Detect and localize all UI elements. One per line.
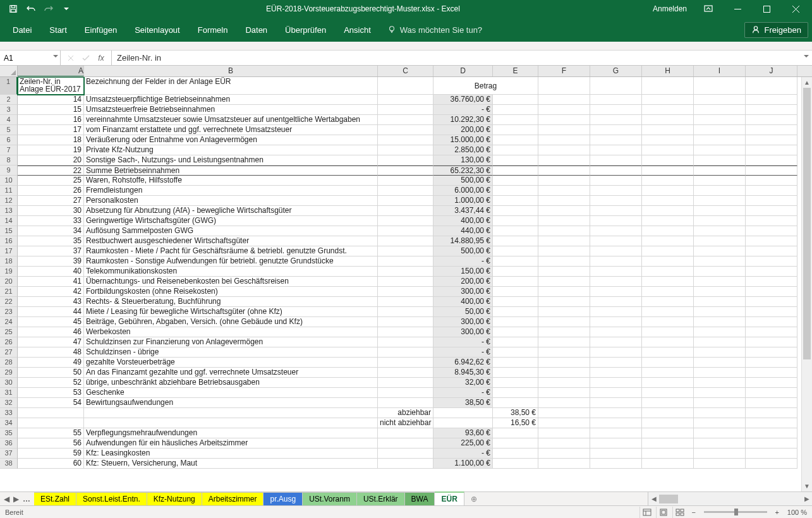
- cell[interactable]: Fortbildungskosten (ohne Reisekosten): [84, 287, 378, 297]
- cell[interactable]: [378, 267, 433, 277]
- row-header[interactable]: 31: [0, 388, 18, 398]
- zoom-out-button[interactable]: −: [689, 509, 699, 516]
- cell[interactable]: - €: [433, 388, 493, 398]
- sheet-nav-next[interactable]: ▶: [13, 495, 19, 503]
- cell[interactable]: [378, 145, 433, 155]
- row-header[interactable]: 10: [0, 176, 18, 186]
- cell[interactable]: [493, 166, 538, 176]
- row-header[interactable]: 26: [0, 337, 18, 347]
- row-header[interactable]: 4: [0, 115, 18, 125]
- cell[interactable]: 37: [18, 246, 84, 256]
- cell[interactable]: [378, 236, 433, 246]
- row-header[interactable]: 32: [0, 398, 18, 408]
- cell[interactable]: 16: [18, 115, 84, 125]
- cell[interactable]: [378, 317, 433, 327]
- cell[interactable]: 44: [18, 307, 84, 317]
- name-box-input[interactable]: [0, 54, 60, 63]
- sheet-tab[interactable]: ESt.Zahl: [34, 492, 76, 505]
- row-header[interactable]: 23: [0, 307, 18, 317]
- cell[interactable]: [378, 196, 433, 206]
- cell[interactable]: [378, 206, 433, 216]
- cell-C1[interactable]: [378, 77, 433, 95]
- cell[interactable]: [493, 226, 538, 236]
- cell[interactable]: [378, 105, 433, 115]
- row-header[interactable]: 5: [0, 125, 18, 135]
- cell[interactable]: [378, 297, 433, 307]
- cell[interactable]: - €: [433, 337, 493, 347]
- cell[interactable]: [378, 378, 433, 388]
- cell[interactable]: [493, 176, 538, 186]
- cell[interactable]: Übernachtungs- und Reisenebenkosten bei …: [84, 277, 378, 287]
- cell[interactable]: [493, 388, 538, 398]
- sheet-tab[interactable]: USt.Erklär: [357, 492, 405, 505]
- cell[interactable]: 10.292,30 €: [433, 115, 493, 125]
- sheet-tab[interactable]: USt.Voranm: [303, 492, 357, 505]
- cell[interactable]: 18: [18, 135, 84, 145]
- cell[interactable]: Geringwertige Wirtschaftsgüter (GWG): [84, 216, 378, 226]
- cell[interactable]: 500,00 €: [433, 176, 493, 186]
- cell[interactable]: Geschenke: [84, 388, 378, 398]
- cell[interactable]: [378, 216, 433, 226]
- cell[interactable]: 500,00 €: [433, 246, 493, 256]
- cell[interactable]: 43: [18, 297, 84, 307]
- expand-formula-bar-button[interactable]: [803, 53, 809, 59]
- cell[interactable]: Private Kfz-Nutzung: [84, 145, 378, 155]
- row-header[interactable]: 19: [0, 267, 18, 277]
- cell[interactable]: vom Finanzamt erstattete und ggf. verrec…: [84, 125, 378, 135]
- chevron-down-icon[interactable]: [52, 53, 59, 59]
- cell[interactable]: [433, 408, 493, 418]
- sheet-nav-more[interactable]: …: [23, 495, 30, 503]
- cell[interactable]: 225,00 €: [433, 438, 493, 449]
- cell[interactable]: [378, 449, 433, 459]
- row-header[interactable]: 35: [0, 428, 18, 438]
- ribbon-tab-start[interactable]: Start: [40, 18, 75, 42]
- qat-customize-button[interactable]: [58, 1, 75, 16]
- cell[interactable]: nicht abziehbar: [378, 418, 433, 428]
- sign-in-button[interactable]: Anmelden: [646, 4, 693, 13]
- row-header[interactable]: 15: [0, 226, 18, 236]
- sheet-tab[interactable]: Arbeitszimmer: [202, 492, 264, 505]
- cell[interactable]: [378, 277, 433, 287]
- row-header[interactable]: 17: [0, 246, 18, 256]
- scroll-thumb[interactable]: [803, 88, 811, 359]
- insert-function-button[interactable]: fx: [94, 51, 109, 65]
- cell[interactable]: [493, 236, 538, 246]
- ribbon-options-button[interactable]: [694, 0, 722, 18]
- cell[interactable]: [84, 418, 378, 428]
- row-header[interactable]: 20: [0, 277, 18, 287]
- row-header[interactable]: 16: [0, 236, 18, 246]
- cell[interactable]: [493, 145, 538, 155]
- vertical-scrollbar[interactable]: ▲ ▼: [801, 77, 812, 491]
- cell[interactable]: 32,00 €: [433, 378, 493, 388]
- cell[interactable]: [493, 327, 538, 337]
- cell[interactable]: 55: [18, 428, 84, 438]
- cell[interactable]: Restbuchwert ausgeschiedener Wirtschafts…: [84, 236, 378, 246]
- cell[interactable]: 42: [18, 287, 84, 297]
- row-header[interactable]: 1: [0, 77, 18, 95]
- cell[interactable]: [18, 418, 84, 428]
- cell[interactable]: 300,00 €: [433, 327, 493, 337]
- row-header[interactable]: 37: [0, 449, 18, 459]
- cell[interactable]: Fremdleistungen: [84, 186, 378, 196]
- cell[interactable]: 150,00 €: [433, 267, 493, 277]
- cell[interactable]: [493, 378, 538, 388]
- row-header[interactable]: 18: [0, 256, 18, 267]
- cell[interactable]: - €: [433, 449, 493, 459]
- cell[interactable]: [378, 166, 433, 176]
- cell[interactable]: 2.850,00 €: [433, 145, 493, 155]
- cell[interactable]: 46: [18, 327, 84, 337]
- row-header[interactable]: 28: [0, 358, 18, 368]
- row-header[interactable]: 11: [0, 186, 18, 196]
- cell[interactable]: [493, 307, 538, 317]
- col-header-J[interactable]: J: [746, 66, 797, 76]
- cell[interactable]: 200,00 €: [433, 125, 493, 135]
- row-header[interactable]: 7: [0, 145, 18, 155]
- cell[interactable]: [378, 307, 433, 317]
- cell[interactable]: 8.945,30 €: [433, 368, 493, 378]
- cell[interactable]: [378, 135, 433, 145]
- cell[interactable]: [378, 398, 433, 408]
- cell[interactable]: [433, 418, 493, 428]
- cell-B1[interactable]: Bezeichnung der Felder in der Anlage EÜR: [84, 77, 378, 95]
- cell[interactable]: [378, 358, 433, 368]
- cell[interactable]: [378, 176, 433, 186]
